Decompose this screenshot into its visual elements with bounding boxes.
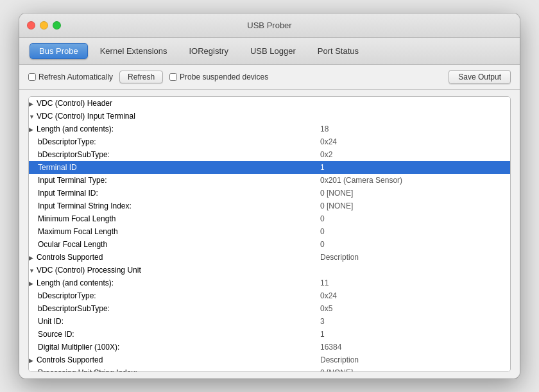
tab-bus-probe[interactable]: Bus Probe [30, 43, 88, 59]
refresh-automatically-label: Refresh Automatically [38, 72, 113, 81]
tree-triangle-icon[interactable] [29, 101, 35, 107]
table-row[interactable]: Terminal ID1 [29, 161, 510, 174]
table-row[interactable]: Digital Multiplier (100X):16384 [29, 341, 510, 354]
tree-value: 0 [NONE] [318, 187, 510, 200]
tree-value: 11 [318, 277, 510, 289]
probe-suspended-checkbox[interactable] [169, 73, 177, 81]
tree-triangle-icon[interactable] [29, 280, 35, 287]
tree-label: Controls Supported [37, 355, 103, 364]
tree-label: Unit ID: [38, 317, 64, 326]
tree-label: VDC (Control) Processing Unit [37, 266, 141, 275]
tree-value: 0x201 (Camera Sensor) [318, 174, 510, 187]
table-row[interactable]: Source ID:1 [29, 328, 510, 341]
table-row[interactable]: Input Terminal Type:0x201 (Camera Sensor… [29, 174, 510, 187]
tree-label: Input Terminal ID: [38, 189, 98, 198]
main-window: USB Prober Bus Probe Kernel Extensions I… [19, 13, 520, 379]
tree-value [318, 97, 510, 110]
table-row[interactable]: bDescriptorSubType:0x2 [29, 148, 510, 161]
probe-suspended-checkbox-label[interactable]: Probe suspended devices [169, 72, 268, 81]
close-button[interactable] [27, 21, 35, 30]
tree-label: Minimum Focal Length [38, 214, 116, 223]
tree-table: VDC (Control) HeaderVDC (Control) Input … [29, 97, 510, 372]
table-row[interactable]: bDescriptorSubType:0x5 [29, 302, 510, 315]
maximize-button[interactable] [53, 21, 61, 30]
tree-value: 0 [NONE] [318, 200, 510, 212]
tab-bar: Bus Probe Kernel Extensions IORegistry U… [19, 38, 520, 65]
tree-label: Digital Multiplier (100X): [38, 343, 119, 352]
tree-label: bDescriptorSubType: [38, 304, 110, 313]
table-row[interactable]: Processing Unit String Index:0 [NONE] [29, 366, 510, 372]
probe-suspended-label: Probe suspended devices [180, 72, 268, 81]
tree-label: Input Terminal Type: [38, 176, 107, 185]
tree-value: 0 [NONE] [318, 366, 510, 372]
tab-usb-logger[interactable]: USB Logger [241, 43, 305, 59]
tree-value: Description [318, 354, 510, 366]
table-row[interactable]: Minimum Focal Length0 [29, 212, 510, 225]
table-row[interactable]: Maximum Focal Length0 [29, 225, 510, 238]
table-row[interactable]: Controls SupportedDescription [29, 354, 510, 366]
table-row[interactable]: bDescriptorType:0x24 [29, 135, 510, 148]
window-title: USB Prober [247, 21, 291, 30]
traffic-lights [27, 21, 61, 30]
refresh-automatically-checkbox[interactable] [28, 73, 36, 81]
tree-value: 0x24 [318, 135, 510, 148]
content-area: VDC (Control) HeaderVDC (Control) Input … [19, 90, 520, 379]
tree-value: 18 [318, 123, 510, 135]
tree-label: Processing Unit String Index: [38, 368, 137, 372]
table-row[interactable]: bDescriptorType:0x24 [29, 289, 510, 302]
tree-label: bDescriptorType: [38, 291, 96, 300]
tree-label: VDC (Control) Input Terminal [37, 112, 135, 121]
tree-label: Source ID: [38, 330, 74, 339]
tree-value: 16384 [318, 341, 510, 354]
table-row[interactable]: VDC (Control) Input Terminal [29, 110, 510, 123]
tree-triangle-icon[interactable] [29, 357, 35, 364]
table-row[interactable]: Controls SupportedDescription [29, 251, 510, 264]
tree-label: Length (and contents): [37, 278, 114, 287]
controls-bar: Refresh Automatically Refresh Probe susp… [19, 65, 520, 90]
tree-triangle-icon[interactable] [29, 126, 35, 133]
tree-value: 1 [318, 161, 510, 174]
tree-label: Controls Supported [37, 253, 103, 262]
tree-triangle-icon[interactable] [29, 268, 35, 274]
tree-value: 0x2 [318, 148, 510, 161]
minimize-button[interactable] [40, 21, 48, 30]
tree-value: 0x5 [318, 302, 510, 315]
tab-ioregistry[interactable]: IORegistry [179, 43, 237, 59]
tab-port-status[interactable]: Port Status [308, 43, 368, 59]
table-row[interactable]: VDC (Control) Processing Unit [29, 264, 510, 277]
refresh-button[interactable]: Refresh [119, 71, 163, 83]
tree-value [318, 110, 510, 123]
tree-triangle-icon[interactable] [29, 255, 35, 261]
tree-value: 0x24 [318, 289, 510, 302]
tree-label: bDescriptorType: [38, 137, 96, 146]
table-row[interactable]: Input Terminal ID:0 [NONE] [29, 187, 510, 200]
table-row[interactable]: Length (and contents):18 [29, 123, 510, 135]
tree-value: Description [318, 251, 510, 264]
table-row[interactable]: Length (and contents):11 [29, 277, 510, 289]
tree-value: 0 [318, 212, 510, 225]
tabs-container: Bus Probe Kernel Extensions IORegistry U… [30, 43, 368, 59]
tree-label: Input Terminal String Index: [38, 201, 132, 210]
tree-label: Maximum Focal Length [38, 227, 118, 236]
tree-value [318, 264, 510, 277]
tree-value: 0 [318, 238, 510, 251]
table-row[interactable]: VDC (Control) Header [29, 97, 510, 110]
table-row[interactable]: Ocular Focal Length0 [29, 238, 510, 251]
tree-label: Ocular Focal Length [38, 240, 107, 249]
tree-value: 3 [318, 315, 510, 328]
titlebar: USB Prober [19, 13, 520, 38]
tab-kernel-extensions[interactable]: Kernel Extensions [90, 43, 177, 59]
tree-label: VDC (Control) Header [37, 99, 112, 108]
tree-container[interactable]: VDC (Control) HeaderVDC (Control) Input … [28, 96, 511, 372]
table-row[interactable]: Input Terminal String Index:0 [NONE] [29, 200, 510, 212]
table-row[interactable]: Unit ID:3 [29, 315, 510, 328]
tree-triangle-icon[interactable] [29, 114, 35, 120]
refresh-automatically-checkbox-label[interactable]: Refresh Automatically [28, 72, 113, 81]
tree-value: 0 [318, 225, 510, 238]
tree-value: 1 [318, 328, 510, 341]
tree-label: bDescriptorSubType: [38, 150, 110, 159]
tree-label: Length (and contents): [37, 124, 114, 133]
save-output-button[interactable]: Save Output [449, 70, 511, 84]
tree-label: Terminal ID [38, 163, 77, 172]
